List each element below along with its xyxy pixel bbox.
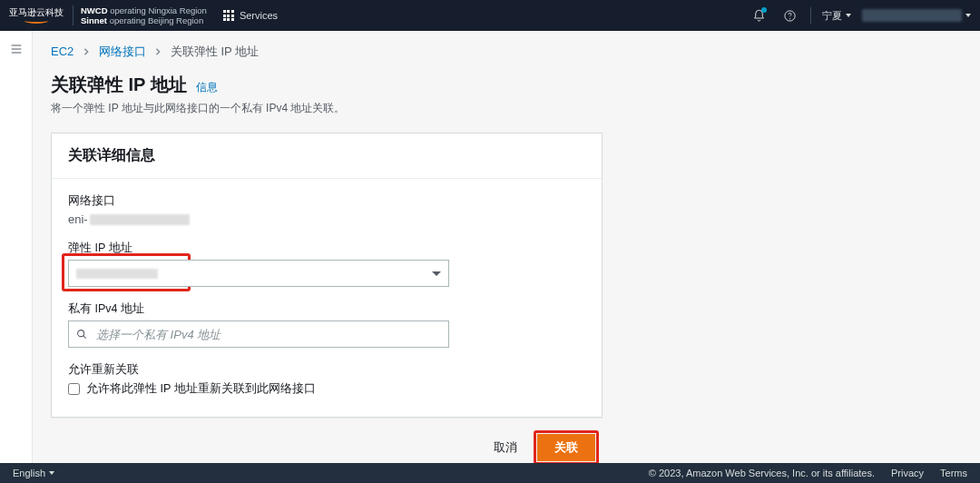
action-row: 取消 关联 [51,418,603,463]
services-menu[interactable]: Services [216,10,285,21]
services-grid-icon [223,10,234,21]
reassociate-checkbox-label: 允许将此弹性 IP 地址重新关联到此网络接口 [86,381,316,397]
submit-highlight: 关联 [534,430,599,463]
associate-panel: 关联详细信息 网络接口 eni- 弹性 IP 地址 私有 [51,133,603,418]
notification-dot-icon [761,7,767,13]
info-link[interactable]: 信息 [196,80,218,95]
search-icon [75,328,88,340]
aws-logo[interactable]: 亚马逊云科技 [9,8,64,24]
caret-down-icon [846,14,851,17]
field-reassociate: 允许重新关联 允许将此弹性 IP 地址重新关联到此网络接口 [68,362,585,397]
operator-info: NWCD operating Ningxia Region Sinnet ope… [73,5,207,26]
private-ip-input[interactable] [94,327,441,342]
reassociate-checkbox[interactable] [68,383,80,395]
notifications-icon[interactable] [749,5,769,25]
panel-body: 网络接口 eni- 弹性 IP 地址 私有 IPv4 地址 [52,179,602,417]
panel-header: 关联详细信息 [52,133,602,179]
page-subtitle: 将一个弹性 IP 地址与此网络接口的一个私有 IPv4 地址关联。 [51,101,962,116]
network-interface-label: 网络接口 [68,193,585,209]
nav-divider [810,7,811,24]
eni-id-redacted [90,214,190,225]
elastic-ip-value-redacted [76,269,158,279]
help-icon[interactable] [779,5,799,25]
privacy-link[interactable]: Privacy [891,468,924,478]
region-label: 宁夏 [822,9,842,23]
associate-button[interactable]: 关联 [537,434,595,461]
language-selector[interactable]: English [13,468,54,478]
elastic-ip-select[interactable] [68,260,449,287]
svg-point-1 [789,18,790,19]
language-label: English [13,468,45,478]
reassociate-label: 允许重新关联 [68,362,585,378]
svg-point-2 [78,330,84,337]
caret-down-icon [965,14,971,17]
network-interface-value: eni- [68,212,585,226]
caret-down-icon [49,471,54,475]
terms-link[interactable]: Terms [940,468,967,478]
account-name-redacted [862,9,962,22]
field-elastic-ip: 弹性 IP 地址 [68,241,585,287]
private-ip-search[interactable] [68,320,449,348]
chevron-right-icon [83,44,90,58]
sidebar-toggle-button[interactable] [9,42,24,463]
reassociate-checkbox-row[interactable]: 允许将此弹性 IP 地址重新关联到此网络接口 [68,381,585,397]
footer: English © 2023, Amazon Web Services, Inc… [0,463,980,483]
breadcrumb-ec2[interactable]: EC2 [51,44,74,58]
main-content: EC2 网络接口 关联弹性 IP 地址 关联弹性 IP 地址 信息 将一个弹性 … [33,31,980,463]
account-menu[interactable] [862,9,971,22]
field-private-ip: 私有 IPv4 地址 [68,301,585,348]
top-nav: 亚马逊云科技 NWCD operating Ningxia Region Sin… [0,0,980,31]
nav-left: 亚马逊云科技 NWCD operating Ningxia Region Sin… [9,5,285,26]
logo-smile-icon [24,18,48,24]
copyright-text: © 2023, Amazon Web Services, Inc. or its… [649,468,875,478]
page-title: 关联弹性 IP 地址 信息 [51,73,962,97]
nav-right: 宁夏 [749,5,971,25]
chevron-right-icon [154,44,162,58]
logo-text: 亚马逊云科技 [9,8,64,17]
services-label: Services [240,10,278,21]
footer-right: © 2023, Amazon Web Services, Inc. or its… [649,468,967,478]
field-network-interface: 网络接口 eni- [68,193,585,226]
region-selector[interactable]: 宁夏 [822,9,851,23]
breadcrumb: EC2 网络接口 关联弹性 IP 地址 [51,44,962,60]
elastic-ip-label: 弹性 IP 地址 [68,241,585,256]
cancel-button[interactable]: 取消 [492,436,519,459]
caret-down-icon [432,271,441,276]
private-ip-label: 私有 IPv4 地址 [68,301,585,317]
breadcrumb-network-interfaces[interactable]: 网络接口 [99,44,146,58]
sidebar-toggle-area [0,31,33,463]
breadcrumb-current: 关联弹性 IP 地址 [171,44,259,58]
